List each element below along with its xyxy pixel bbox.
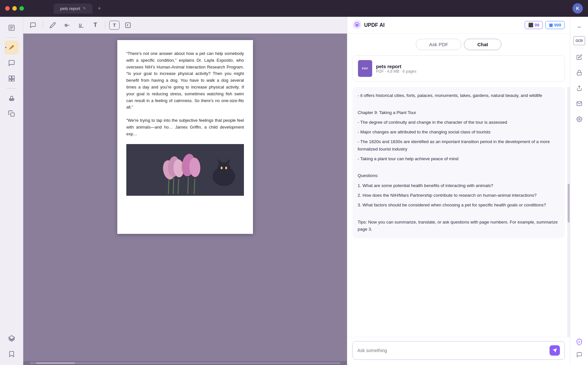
pdf-paragraph-1: “There’s not one answer about how a pet …	[126, 50, 244, 111]
avatar[interactable]: K	[572, 3, 583, 14]
pdf-file-name: pets report	[376, 64, 416, 69]
add-tab-button[interactable]: +	[95, 4, 104, 13]
main-container: S U T T T “There’	[0, 17, 588, 365]
fullscreen-button[interactable]	[19, 6, 24, 11]
ai-message-q1: 1. What are some potential health benefi…	[358, 182, 560, 189]
right-divider-1	[575, 48, 584, 48]
send-button[interactable]	[550, 345, 560, 356]
close-button[interactable]	[5, 6, 10, 11]
ai-message-chapter9-line4: - Taking a plant tour can help achieve p…	[358, 155, 560, 162]
text-frame-tool-icon[interactable]: T	[122, 19, 134, 31]
pdf-file-type: PDF	[376, 69, 384, 74]
ai-message-chapter9-title: Chapter 9: Taking a Plant Tour	[358, 102, 560, 116]
horizontal-scrollbar-track[interactable]	[30, 362, 341, 364]
ai-header: UPDF AI ⬛ 99 ▦ 999	[347, 17, 570, 34]
ai-input-wrapper	[352, 341, 565, 360]
ai-message-q3: 3. What factors should be considered whe…	[358, 202, 560, 209]
sidebar-icon-stamp[interactable]	[5, 91, 19, 105]
updf-logo	[352, 20, 362, 30]
toolbar: S U T T T	[23, 17, 347, 34]
right-icon-lock[interactable]	[573, 66, 586, 79]
ai-chat-content[interactable]: - it offers historical cities, forts, pa…	[347, 87, 570, 337]
pdf-file-meta: PDF · 4,8 MB · 6 pages	[376, 69, 416, 74]
right-icon-minus[interactable]	[573, 21, 586, 34]
ai-message-tips: Tips: Now you can summarize, translate, …	[358, 211, 560, 233]
sidebar-bottom	[5, 331, 19, 361]
active-tab[interactable]: pets report ✎	[54, 4, 92, 14]
tab-label: pets report	[60, 6, 80, 11]
svg-text:T: T	[127, 24, 129, 27]
svg-rect-38	[577, 72, 582, 75]
svg-rect-5	[9, 76, 11, 79]
pdf-file-info: pets report PDF · 4,8 MB · 6 pages	[376, 64, 416, 74]
pdf-file-card: PDF pets report PDF · 4,8 MB · 6 pages	[352, 55, 565, 82]
pen-tool-icon[interactable]	[47, 19, 58, 31]
ocr-button[interactable]: OCR	[573, 36, 585, 45]
titlebar: pets report ✎ + K	[0, 0, 588, 17]
pdf-file-pages: 6 pages	[403, 69, 416, 74]
right-icon-mail[interactable]	[573, 97, 586, 110]
svg-rect-10	[10, 100, 13, 101]
svg-rect-8	[12, 79, 14, 81]
pdf-file-icon: PDF	[358, 60, 372, 77]
text-box-tool-icon[interactable]: T	[109, 21, 120, 30]
toolbar-divider-1	[43, 21, 43, 29]
pdf-page: “There’s not one answer about how a pet …	[117, 40, 253, 234]
svg-rect-11	[11, 113, 14, 116]
tab-bar: pets report ✎ +	[54, 4, 104, 14]
svg-line-29	[194, 179, 195, 194]
sidebar-icon-pages[interactable]	[5, 71, 19, 86]
credit-icon-blue: ▦	[549, 23, 553, 27]
right-sidebar-bottom	[573, 335, 586, 361]
ai-message-chapter9-line3: - The 1820s and 1830s are identified as …	[358, 138, 560, 153]
comment-tool-icon[interactable]	[27, 19, 39, 31]
right-icon-updf[interactable]	[573, 335, 586, 348]
sidebar-icon-highlight[interactable]	[5, 40, 19, 55]
ai-message-line-1: - it offers historical cities, forts, pa…	[358, 92, 560, 99]
underline-tool-icon[interactable]: U	[75, 19, 87, 31]
right-icon-share[interactable]	[573, 82, 586, 95]
credit-icon-purple: ⬛	[528, 23, 533, 27]
ai-message-q2: 2. How does the NIH/Mars Partnership con…	[358, 192, 560, 199]
right-icon-chat[interactable]	[573, 348, 586, 361]
sidebar-divider-1	[6, 37, 17, 38]
sidebar-icon-comments[interactable]	[5, 56, 19, 70]
svg-point-31	[217, 162, 230, 174]
horizontal-scrollbar-thumb[interactable]	[36, 362, 75, 364]
sidebar-icon-bookmark[interactable]	[5, 347, 19, 361]
right-sidebar: OCR	[570, 17, 588, 365]
svg-rect-6	[12, 76, 14, 79]
pdf-file-size: 4,8 MB	[387, 69, 399, 74]
svg-rect-7	[9, 79, 11, 81]
pdf-file-separator-1: ·	[385, 69, 387, 74]
strikethrough-tool-icon[interactable]: S	[61, 19, 73, 31]
svg-point-40	[578, 119, 580, 120]
edit-tab-icon[interactable]: ✎	[83, 6, 86, 11]
purple-credit-badge: ⬛ 99	[525, 21, 543, 29]
chat-scrollbar-thumb[interactable]	[568, 184, 570, 223]
ai-search-input[interactable]	[357, 348, 547, 353]
sidebar-icon-document[interactable]	[5, 21, 19, 35]
traffic-lights	[5, 6, 24, 11]
text-tool-icon[interactable]: T	[89, 19, 101, 31]
ai-input-area	[347, 337, 570, 365]
svg-line-25	[168, 180, 169, 194]
svg-text:U: U	[79, 23, 81, 27]
sidebar-icon-copy[interactable]	[5, 107, 19, 121]
tab-chat[interactable]: Chat	[464, 39, 501, 50]
right-icon-save[interactable]	[573, 113, 586, 126]
minimize-button[interactable]	[12, 6, 17, 11]
purple-credit-count: 99	[535, 23, 539, 27]
chat-scrollbar[interactable]	[567, 87, 570, 337]
pdf-area: S U T T T “There’	[23, 17, 347, 365]
ai-message: - it offers historical cities, forts, pa…	[352, 87, 565, 238]
right-icon-edit[interactable]	[573, 51, 586, 64]
pdf-content: “There’s not one answer about how a pet …	[23, 34, 347, 361]
ai-message-chapter9-line2: - Major changes are attributed to the ch…	[358, 129, 560, 136]
svg-point-34	[221, 167, 223, 169]
sidebar-icon-layers[interactable]	[5, 331, 19, 346]
ai-message-chapter9-line1: - The degree of continuity and change in…	[358, 119, 560, 126]
tab-ask-pdf[interactable]: Ask PDF	[416, 39, 461, 50]
pdf-image	[126, 144, 244, 196]
bottom-scrollbar[interactable]	[23, 361, 347, 365]
